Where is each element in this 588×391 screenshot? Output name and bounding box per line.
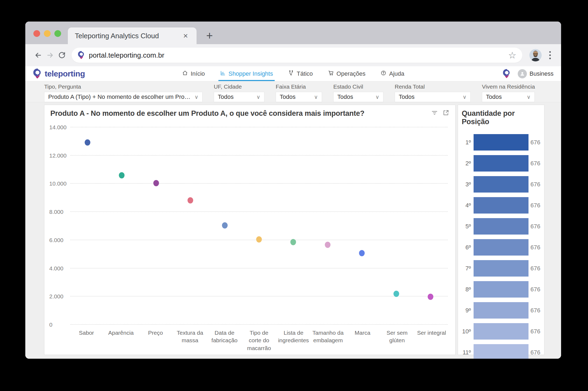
bar-1[interactable] bbox=[474, 134, 528, 151]
chevron-down-icon: ∨ bbox=[253, 94, 260, 100]
bar-9[interactable] bbox=[474, 302, 528, 319]
insights-chart-icon bbox=[220, 70, 226, 78]
teleporting-logo[interactable]: teleporting bbox=[33, 68, 85, 79]
browser-menu-button[interactable] bbox=[546, 50, 554, 61]
gridline: 4.000 bbox=[70, 268, 448, 268]
teleporting-pin-icon-small[interactable] bbox=[503, 69, 511, 79]
y-axis-tick: 14.000 bbox=[49, 124, 67, 131]
new-tab-button[interactable]: + bbox=[204, 30, 215, 41]
filter-dropdown-renda-total[interactable]: Todos∨ bbox=[395, 92, 471, 102]
bar-track bbox=[474, 260, 528, 277]
scatter-point-sabor[interactable] bbox=[85, 139, 90, 145]
filter-label: Tipo, Pergunta bbox=[44, 83, 202, 90]
gridline: 14.000 bbox=[70, 127, 448, 127]
help-icon bbox=[380, 70, 386, 78]
bar-11[interactable] bbox=[474, 344, 528, 359]
bar-value-label: 676 bbox=[528, 223, 540, 230]
address-bar[interactable]: portal.teleporting.com.br ☆ bbox=[72, 48, 522, 63]
url-text: portal.teleporting.com.br bbox=[89, 51, 164, 60]
nav-item-ajuda[interactable]: Ajuda bbox=[380, 66, 404, 81]
close-tab-icon[interactable]: × bbox=[181, 31, 190, 40]
nav-item-tatico[interactable]: Tático bbox=[288, 66, 313, 81]
bar-2[interactable] bbox=[474, 155, 528, 172]
filter-value: Todos bbox=[399, 93, 415, 100]
report-canvas: Produto A - No momento de escolher um Pr… bbox=[25, 102, 561, 359]
scatter-chart-title: Produto A - No momento de escolher um Pr… bbox=[50, 109, 364, 118]
bar-3[interactable] bbox=[474, 176, 528, 193]
bar-7[interactable] bbox=[474, 260, 528, 277]
chevron-down-icon: ∨ bbox=[459, 94, 467, 100]
filter-icon[interactable] bbox=[431, 109, 438, 116]
bar-value-label: 676 bbox=[528, 265, 540, 272]
filter-dropdown-uf-cidade[interactable]: Todos∨ bbox=[214, 92, 264, 102]
nav-item-operacoes[interactable]: Operações bbox=[328, 66, 366, 81]
bar-chart-title: Quantidade por Posição bbox=[462, 109, 540, 126]
bar-track bbox=[474, 134, 528, 151]
account-avatar-icon bbox=[518, 69, 527, 78]
bar-row-9: 9º676 bbox=[462, 302, 540, 319]
filter-dropdown-estado-civil[interactable]: Todos∨ bbox=[333, 92, 383, 102]
bar-6[interactable] bbox=[474, 239, 528, 256]
forward-button[interactable] bbox=[44, 49, 56, 61]
nav-item-label: Início bbox=[191, 70, 205, 77]
x-axis-label-preco: Preço bbox=[139, 329, 172, 352]
nav-item-label: Shopper Insights bbox=[229, 70, 273, 77]
browser-window: Teleporting Analytics Cloud × + portal.t… bbox=[25, 22, 561, 359]
filter-dropdown-faixa-etaria[interactable]: Todos∨ bbox=[276, 92, 322, 102]
filter-value: Todos bbox=[218, 93, 234, 100]
scatter-point-tipo-de-corte-do-macarrao[interactable] bbox=[256, 236, 262, 242]
bar-category-label: 3º bbox=[462, 181, 474, 188]
bar-category-label: 5º bbox=[462, 223, 474, 230]
bookmark-star-icon[interactable]: ☆ bbox=[508, 51, 516, 60]
reload-button[interactable] bbox=[56, 49, 68, 61]
x-axis-label-tamanho-da-embalagem: Tamanho da embalagem bbox=[312, 329, 344, 352]
nav-item-label: Operações bbox=[337, 70, 366, 77]
back-button[interactable] bbox=[32, 49, 44, 61]
logo-text: teleporting bbox=[45, 69, 85, 78]
focus-mode-icon[interactable] bbox=[442, 109, 449, 116]
bar-category-label: 6º bbox=[462, 244, 474, 251]
filter-value: Todos bbox=[486, 93, 502, 100]
close-window-button[interactable] bbox=[33, 30, 40, 37]
filter-label: Faixa Etária bbox=[276, 83, 322, 90]
gridline: 2.000 bbox=[70, 296, 448, 296]
nav-item-shopper-insights[interactable]: Shopper Insights bbox=[220, 66, 273, 81]
account-menu[interactable]: Business bbox=[518, 69, 554, 78]
minimize-window-button[interactable] bbox=[44, 30, 51, 37]
header-right: Business bbox=[503, 69, 554, 79]
gridline: 10.000 bbox=[70, 183, 448, 184]
bar-value-label: 676 bbox=[528, 244, 540, 251]
bar-track bbox=[474, 323, 528, 340]
home-icon bbox=[182, 70, 188, 78]
browser-toolbar: portal.teleporting.com.br ☆ bbox=[25, 44, 561, 66]
scatter-point-textura-da-massa[interactable] bbox=[188, 197, 193, 204]
chevron-down-icon: ∨ bbox=[372, 94, 379, 100]
zoom-window-button[interactable] bbox=[54, 30, 61, 37]
scatter-point-tamanho-da-embalagem[interactable] bbox=[325, 242, 330, 248]
filter-dropdown-vivem-na-residencia[interactable]: Todos∨ bbox=[482, 92, 535, 102]
filter-dropdown-tipo-pergunta[interactable]: Produto A (Tipo) + No momento de escolhe… bbox=[44, 92, 202, 102]
bar-10[interactable] bbox=[474, 323, 528, 340]
bar-track bbox=[474, 176, 528, 193]
scatter-point-preco[interactable] bbox=[153, 180, 159, 186]
scatter-point-data-de-fabricacao[interactable] bbox=[222, 222, 228, 229]
account-label: Business bbox=[530, 70, 554, 77]
bar-5[interactable] bbox=[474, 218, 528, 235]
branch-icon bbox=[288, 70, 294, 78]
bar-4[interactable] bbox=[474, 197, 528, 214]
nav-item-inicio[interactable]: Início bbox=[182, 66, 205, 81]
bar-category-label: 2º bbox=[462, 160, 474, 167]
scatter-point-ser-integral[interactable] bbox=[428, 294, 433, 300]
scatter-point-marca[interactable] bbox=[359, 250, 365, 256]
scatter-point-aparencia[interactable] bbox=[119, 172, 125, 179]
bar-category-label: 4º bbox=[462, 202, 474, 209]
x-axis-label-ser-integral: Ser integral bbox=[415, 329, 448, 352]
browser-profile-avatar[interactable] bbox=[529, 49, 542, 61]
bar-8[interactable] bbox=[474, 281, 528, 298]
browser-tab[interactable]: Teleporting Analytics Cloud × bbox=[68, 27, 197, 44]
tab-title: Teleporting Analytics Cloud bbox=[75, 32, 159, 40]
scatter-point-lista-de-ingredientes[interactable] bbox=[290, 239, 296, 245]
scatter-point-ser-sem-gluten[interactable] bbox=[393, 291, 399, 297]
filter-label: Renda Total bbox=[395, 83, 471, 90]
scatter-plot: 14.00012.00010.0008.0006.0004.0002.0000 bbox=[70, 127, 448, 324]
